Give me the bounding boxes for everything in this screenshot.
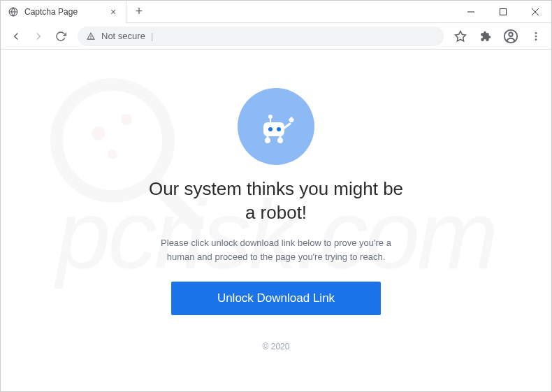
maximize-button[interactable] <box>487 1 519 23</box>
svg-rect-19 <box>263 122 284 136</box>
browser-window: Captcha Page × + <box>0 0 552 392</box>
svg-line-22 <box>284 124 290 128</box>
profile-icon[interactable] <box>501 27 521 46</box>
unlock-download-button[interactable]: Unlock Download Link <box>171 282 381 315</box>
robot-icon <box>238 88 314 165</box>
toolbar: Not secure | <box>1 23 551 50</box>
close-window-button[interactable] <box>519 1 551 23</box>
new-tab-button[interactable]: + <box>129 2 149 22</box>
browser-tab[interactable]: Captcha Page × <box>1 1 126 23</box>
security-label: Not secure <box>101 31 145 41</box>
minimize-button[interactable] <box>455 1 487 23</box>
page-content: pcrisk.com Our system thinks you might b… <box>1 50 551 391</box>
window-controls <box>455 1 551 23</box>
titlebar: Captcha Page × + <box>1 1 551 23</box>
svg-point-20 <box>268 127 273 131</box>
close-tab-icon[interactable]: × <box>108 6 119 17</box>
page-heading: Our system thinks you might be a robot! <box>143 177 409 225</box>
tab-title: Captcha Page <box>24 7 102 17</box>
toolbar-right <box>451 27 546 46</box>
svg-point-16 <box>108 150 117 159</box>
star-icon[interactable] <box>451 27 470 46</box>
forward-button[interactable] <box>29 27 48 46</box>
address-separator: | <box>151 31 153 41</box>
warning-icon <box>86 31 96 41</box>
svg-point-14 <box>92 126 106 140</box>
svg-point-15 <box>121 114 132 125</box>
svg-point-8 <box>509 32 513 36</box>
extensions-icon[interactable] <box>476 27 495 46</box>
copyright-text: © 2020 <box>263 342 290 351</box>
svg-point-11 <box>535 38 537 41</box>
svg-point-10 <box>535 35 537 37</box>
globe-icon <box>8 6 19 17</box>
svg-point-9 <box>535 32 537 34</box>
back-button[interactable] <box>6 27 26 46</box>
menu-icon[interactable] <box>526 27 546 46</box>
svg-point-21 <box>277 127 281 131</box>
page-subtext: Please click unlock download link below … <box>157 236 395 266</box>
address-bar[interactable]: Not secure | <box>78 27 444 46</box>
reload-button[interactable] <box>51 27 71 46</box>
svg-rect-3 <box>500 8 507 15</box>
svg-marker-6 <box>456 31 466 41</box>
